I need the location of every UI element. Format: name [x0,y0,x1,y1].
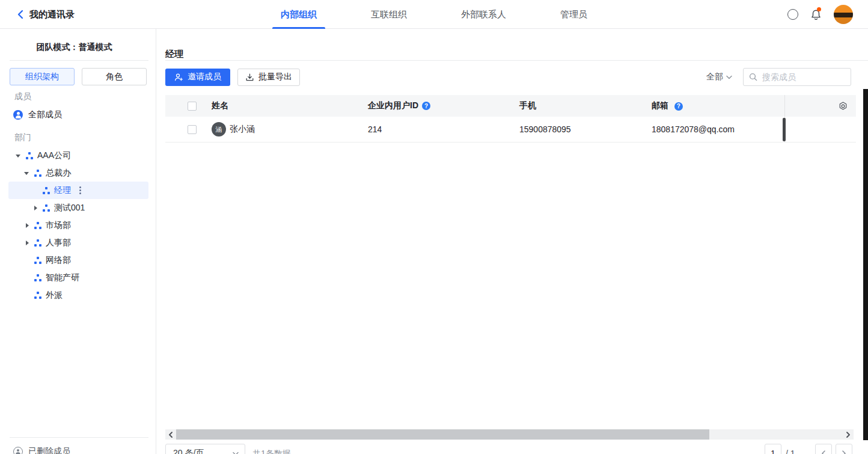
all-members-item[interactable]: 全部成员 [13,109,62,120]
caret-down-icon[interactable] [24,169,34,177]
help-icon[interactable] [787,9,798,20]
page-total-label: / 1 [786,444,795,454]
chevron-right-icon [846,432,851,438]
section-divider [165,60,868,61]
tab-admins[interactable]: 管理员 [552,0,596,29]
prev-page-button[interactable] [815,444,832,454]
member-user-id: 214 [368,124,382,134]
tree-item-test001[interactable]: 测试001 [8,199,148,216]
tab-external-contacts[interactable]: 外部联系人 [453,0,515,29]
members-section-label: 成员 [14,91,31,102]
deleted-members-item[interactable]: 已删除成员 [13,446,70,454]
view-switch: 组织架构 角色 [10,68,147,85]
pagination: 20 条/页 共1条数据 / 1 [165,444,854,454]
chevron-right-icon [842,450,846,454]
add-person-icon [174,73,183,82]
notifications-button[interactable] [810,9,822,20]
tree-item-ceo-office[interactable]: 总裁办 [8,164,148,182]
member-table-row[interactable]: 涵 张小涵 214 15900878095 1808172078@qq.com [165,117,856,143]
invite-member-button[interactable]: 邀请成员 [165,69,230,86]
department-icon [34,257,41,264]
sidebar-bottom-divider [10,437,148,438]
tab-connected-org[interactable]: 互联组织 [362,0,415,29]
tree-item-network[interactable]: 网络部 [8,251,148,269]
contacts-admin-screen: 我的通讯录 内部组织 互联组织 外部联系人 管理员 团队模式：普通模式 组织架构… [0,0,868,454]
scrollbar-track[interactable] [176,429,843,440]
member-name: 张小涵 [230,124,255,135]
topbar-actions [787,0,853,29]
chevron-down-icon [726,75,732,79]
main-content: 经理 邀请成员 批量导出 全部 姓名 [156,29,868,454]
topbar: 我的通讯录 内部组织 互联组织 外部联系人 管理员 [0,0,868,29]
member-email: 1808172078@qq.com [652,124,735,134]
back-navigation[interactable]: 我的通讯录 [17,0,75,29]
vertical-scrollbar[interactable] [863,89,868,440]
total-count-label: 共1条数据 [252,444,291,454]
members-icon [13,110,23,120]
department-icon [25,152,33,159]
select-all-checkbox[interactable] [188,102,197,111]
departments-section-label: 部门 [14,132,31,143]
next-page-button[interactable] [836,444,852,454]
table-header: 姓名 企业内用户ID 手机 邮箱 [165,95,856,117]
tree-item-marketing[interactable]: 市场部 [8,216,148,234]
scroll-left-button[interactable] [165,429,176,440]
scrollbar-thumb[interactable] [176,429,709,440]
department-icon [42,204,50,212]
deleted-member-icon [13,447,23,454]
row-checkbox[interactable] [188,125,197,134]
table-body-scrollbar-thumb[interactable] [783,118,786,141]
search-box [743,68,851,86]
column-user-id: 企业内用户ID [368,100,418,111]
user-avatar[interactable] [834,5,853,24]
notification-dot [817,7,821,11]
help-icon[interactable] [422,102,430,110]
section-title: 经理 [165,49,183,60]
filter-dropdown[interactable]: 全部 [706,72,732,82]
page-number-input[interactable] [765,444,781,454]
column-phone: 手机 [519,100,536,110]
kebab-menu-icon[interactable] [79,186,81,194]
sidebar-divider [10,60,148,61]
role-button[interactable]: 角色 [82,68,147,85]
caret-right-icon[interactable] [32,206,42,210]
tree-item-outsourced[interactable]: 外派 [8,286,148,304]
column-name: 姓名 [212,100,228,111]
department-icon [42,187,50,194]
search-icon [749,73,757,81]
search-input[interactable] [761,72,845,82]
department-icon [34,274,41,281]
horizontal-scrollbar [165,429,854,440]
chevron-left-icon [168,432,173,438]
org-structure-button[interactable]: 组织架构 [10,68,75,85]
deleted-members-label: 已删除成员 [28,446,70,454]
tree-item-manager[interactable]: 经理 [8,182,148,199]
batch-export-button[interactable]: 批量导出 [237,69,300,86]
back-chevron-icon[interactable] [17,10,23,19]
department-tree: AAA公司 总裁办 经理 测试001 市场部 [0,147,156,304]
all-members-label: 全部成员 [28,109,62,120]
member-avatar: 涵 [212,122,226,137]
page-title: 我的通讯录 [29,9,75,20]
sidebar: 团队模式：普通模式 组织架构 角色 成员 全部成员 部门 AAA公司 总裁办 [0,29,156,454]
scroll-right-button[interactable] [843,429,854,440]
chevron-left-icon [821,450,826,454]
team-mode-label: 团队模式：普通模式 [0,42,148,53]
caret-right-icon[interactable] [24,241,34,245]
column-settings-gear-icon[interactable] [838,101,848,111]
department-icon [34,170,41,177]
column-email: 邮箱 [652,100,668,110]
tree-item-aaa-company[interactable]: AAA公司 [8,147,148,164]
caret-right-icon[interactable] [24,223,34,228]
department-icon [34,292,41,299]
main-tabs: 内部组织 互联组织 外部联系人 管理员 [272,0,596,29]
chevron-down-icon [233,452,239,454]
tree-item-smart-rd[interactable]: 智能产研 [8,269,148,286]
page-size-select[interactable]: 20 条/页 [165,444,245,454]
department-icon [34,239,41,247]
caret-down-icon[interactable] [16,152,25,160]
toolbar: 邀请成员 批量导出 全部 [165,68,851,86]
tree-item-hr[interactable]: 人事部 [8,234,148,251]
help-icon[interactable] [674,102,683,111]
tab-internal-org[interactable]: 内部组织 [272,0,325,29]
